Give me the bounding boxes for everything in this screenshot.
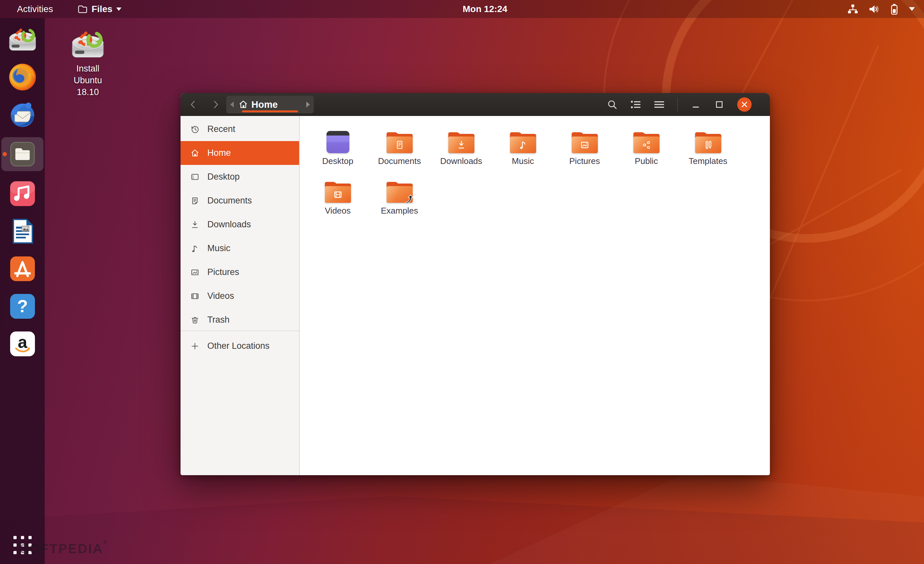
- search-icon: [607, 99, 617, 110]
- app-menu-label: Files: [92, 4, 112, 14]
- dock-item-ubuntu-installer[interactable]: [1, 24, 44, 54]
- chevron-right-icon: [211, 100, 220, 110]
- sidebar-item-documents[interactable]: Documents: [180, 189, 299, 213]
- search-button[interactable]: [607, 97, 618, 112]
- home-icon: [190, 148, 200, 158]
- sidebar-item-other-locations[interactable]: Other Locations: [180, 334, 299, 358]
- headerbar-separator: [677, 98, 678, 111]
- files-view: Desktop Documents: [300, 116, 770, 475]
- sidebar-item-label: Pictures: [207, 267, 239, 277]
- system-tray[interactable]: [847, 0, 915, 18]
- ubuntu-installer-icon: [8, 25, 37, 54]
- help-icon: ?: [8, 292, 37, 321]
- dock-item-firefox[interactable]: [1, 62, 44, 92]
- dock-item-files[interactable]: [1, 137, 44, 171]
- desktop-screen: Activities Files Mon 12:24: [0, 0, 924, 564]
- music-glyph-icon: [518, 140, 529, 150]
- sidebar-item-label: Videos: [207, 291, 234, 301]
- file-label: Documents: [378, 156, 421, 166]
- path-scroll-left-icon: [230, 102, 234, 108]
- battery-icon: [889, 3, 900, 15]
- folder-icon-downloads: [448, 132, 474, 153]
- download-glyph-icon: [456, 140, 467, 150]
- file-label: Videos: [325, 206, 351, 216]
- path-bar[interactable]: Home: [226, 96, 314, 113]
- folder-icon-examples: [387, 182, 413, 203]
- downloads-icon: [190, 220, 200, 229]
- sidebar-item-label: Other Locations: [207, 341, 270, 351]
- close-icon: [741, 101, 748, 108]
- firefox-icon: [8, 63, 37, 92]
- sidebar-separator: [180, 330, 299, 331]
- sidebar-item-label: Recent: [207, 124, 236, 134]
- file-item-downloads[interactable]: Downloads: [430, 123, 492, 173]
- dock-item-amazon[interactable]: a: [1, 329, 44, 359]
- sidebar: Recent Home Desktop: [180, 116, 300, 475]
- sidebar-item-recent[interactable]: Recent: [180, 117, 299, 141]
- app-menu-files[interactable]: Files: [75, 0, 125, 18]
- sidebar-item-downloads[interactable]: Downloads: [180, 213, 299, 237]
- back-button[interactable]: [184, 93, 202, 116]
- path-active-underline: [242, 110, 298, 112]
- sidebar-item-home[interactable]: Home: [180, 141, 299, 165]
- desktop-icon: [190, 172, 200, 182]
- close-button[interactable]: [737, 98, 752, 112]
- clock[interactable]: Mon 12:24: [463, 0, 507, 18]
- file-label: Downloads: [440, 156, 482, 166]
- file-item-documents[interactable]: Documents: [369, 123, 430, 173]
- videos-icon: [190, 292, 200, 301]
- music-icon: [190, 244, 200, 253]
- file-item-desktop[interactable]: Desktop: [307, 123, 369, 173]
- minimize-icon: [691, 100, 700, 109]
- folder-icon-music: [510, 132, 536, 153]
- file-item-templates[interactable]: Templates: [677, 123, 739, 173]
- file-item-music[interactable]: Music: [492, 123, 554, 173]
- files-app-icon: [78, 5, 87, 14]
- files-dock-icon: [8, 140, 37, 168]
- file-label: Music: [512, 156, 534, 166]
- recent-icon: [190, 125, 200, 134]
- dock-item-rhythmbox[interactable]: [1, 178, 44, 208]
- thunderbird-icon: [8, 100, 37, 129]
- forward-button[interactable]: [207, 93, 225, 116]
- sidebar-item-videos[interactable]: Videos: [180, 284, 299, 308]
- folder-icon-pictures: [572, 132, 598, 153]
- softpedia-watermark: SOFTPEDIA®: [20, 540, 108, 556]
- shortcut-label-line2: Ubuntu: [64, 75, 112, 86]
- headerbar: Home: [180, 93, 770, 116]
- view-list-button[interactable]: [630, 97, 641, 112]
- folder-icon-documents: [387, 132, 413, 153]
- dock-item-thunderbird[interactable]: [1, 100, 44, 130]
- file-item-pictures[interactable]: Pictures: [554, 123, 615, 173]
- dock-item-ubuntu-software[interactable]: [1, 254, 44, 284]
- sidebar-item-music[interactable]: Music: [180, 237, 299, 260]
- activities-button[interactable]: Activities: [12, 0, 57, 18]
- sidebar-item-label: Trash: [207, 315, 230, 325]
- chevron-down-icon: [116, 8, 122, 11]
- documents-icon: [190, 196, 200, 206]
- sidebar-item-pictures[interactable]: Pictures: [180, 260, 299, 284]
- image-glyph-icon: [579, 140, 590, 150]
- view-list-icon: [630, 100, 641, 110]
- sidebar-item-label: Desktop: [207, 172, 240, 182]
- sidebar-item-trash[interactable]: Trash: [180, 308, 299, 332]
- menu-button[interactable]: [654, 97, 665, 112]
- headerbar-actions: [607, 93, 752, 116]
- chevron-left-icon: [188, 100, 198, 110]
- maximize-button[interactable]: [714, 97, 725, 112]
- symlink-arrow-emblem-icon: [404, 194, 413, 204]
- folder-icon-videos: [325, 182, 351, 203]
- svg-text:?: ?: [17, 296, 28, 316]
- file-item-videos[interactable]: Videos: [307, 173, 369, 222]
- network-wired-icon: [847, 4, 859, 15]
- minimize-button[interactable]: [690, 97, 701, 112]
- templates-glyph-icon: [703, 140, 714, 150]
- desktop-shortcut-install-ubuntu[interactable]: Install Ubuntu 18.10: [64, 29, 112, 98]
- sidebar-item-label: Downloads: [207, 219, 251, 230]
- file-item-public[interactable]: Public: [615, 123, 677, 173]
- dock-item-help[interactable]: ?: [1, 291, 44, 321]
- sidebar-item-label: Documents: [207, 196, 252, 206]
- sidebar-item-desktop[interactable]: Desktop: [180, 165, 299, 189]
- file-item-examples[interactable]: Examples: [369, 173, 430, 222]
- dock-item-libreoffice-writer[interactable]: [1, 216, 44, 246]
